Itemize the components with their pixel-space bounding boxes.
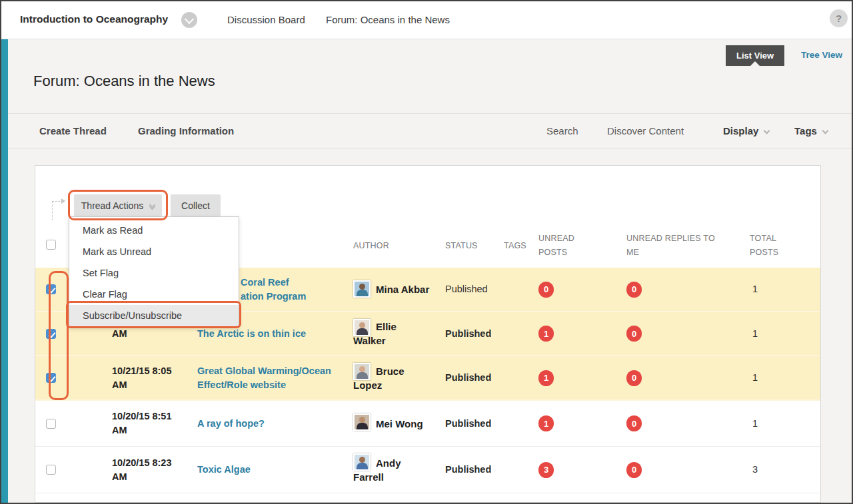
- total-posts: 3: [752, 447, 758, 493]
- thread-checkbox[interactable]: [46, 465, 56, 475]
- menu-item-subscribe-unsubscribe[interactable]: Subscribe/Unsubscribe: [69, 305, 239, 326]
- menu-item-mark-as-read[interactable]: Mark as Read: [69, 220, 239, 241]
- thread-date: 10/21/15 8:05AM: [112, 356, 193, 399]
- thread-actions-button[interactable]: Thread Actions: [74, 194, 162, 216]
- unread-posts-badge: 0: [538, 282, 554, 298]
- total-posts: 1: [752, 401, 758, 446]
- thread-author: Ellie Walker: [353, 312, 443, 355]
- divider: [8, 148, 852, 148]
- active-tab-notch: [750, 61, 760, 66]
- thread-actions-menu: Mark as Read Mark as Unread Set Flag Cle…: [69, 216, 239, 328]
- grading-information-button[interactable]: Grading Information: [138, 125, 234, 136]
- thread-status: Published: [445, 447, 502, 493]
- unread-replies-badge: 0: [626, 415, 642, 431]
- thread-author: Andy Farrell: [353, 447, 443, 493]
- author-avatar: [353, 413, 371, 431]
- course-title: Introduction to Oceanography: [20, 13, 168, 25]
- thread-author: Bruce Lopez: [353, 356, 443, 399]
- author-avatar: [353, 319, 371, 336]
- column-header-unread-replies: UNREAD REPLIES TO ME: [626, 232, 726, 260]
- author-avatar: [353, 453, 371, 471]
- app-window: Introduction to Oceanography Discussion …: [0, 0, 853, 504]
- thread-date: 10/20/15 8:23AM: [112, 447, 193, 493]
- total-posts: 1: [752, 356, 758, 399]
- thread-actions-label: Thread Actions: [81, 200, 143, 211]
- thread-checkbox[interactable]: [46, 329, 56, 339]
- total-posts: 1: [752, 312, 758, 355]
- thread-link[interactable]: Great Global Warming/OceanEffect/Role we…: [197, 356, 357, 399]
- search-button[interactable]: Search: [546, 125, 578, 136]
- tags-dropdown[interactable]: Tags: [794, 125, 828, 136]
- menu-item-clear-flag[interactable]: Clear Flag: [69, 284, 239, 305]
- display-label: Display: [723, 125, 758, 136]
- select-all-checkbox[interactable]: [46, 240, 56, 250]
- unread-replies-badge: 0: [626, 462, 642, 478]
- thread-link[interactable]: Toxic Algae: [197, 447, 357, 493]
- thread-date: 10/20/15 8:51AM: [112, 401, 193, 446]
- threads-panel: Thread Actions Collect AUTHOR STATUS TAG…: [35, 165, 821, 503]
- tags-label: Tags: [794, 125, 817, 136]
- breadcrumb-discussion-board[interactable]: Discussion Board: [227, 14, 305, 25]
- thread-status: Published: [445, 268, 502, 311]
- help-icon[interactable]: ?: [830, 9, 848, 27]
- content-edge-stripe: [1, 39, 8, 504]
- column-header-total-posts: TOTAL POSTS: [750, 232, 783, 260]
- tab-list-view-label: List View: [736, 51, 774, 61]
- course-menu-chevron-icon[interactable]: [181, 12, 197, 28]
- create-thread-button[interactable]: Create Thread: [39, 125, 107, 136]
- menu-item-mark-as-unread[interactable]: Mark as Unread: [69, 241, 239, 262]
- tab-list-view[interactable]: List View: [726, 45, 784, 66]
- thread-status: Published: [445, 312, 502, 355]
- column-header-author: AUTHOR: [353, 239, 389, 253]
- unread-posts-badge: 1: [538, 370, 554, 386]
- display-dropdown[interactable]: Display: [723, 125, 769, 136]
- author-avatar: [353, 280, 371, 298]
- thread-row: 10/20/15 8:23AM Toxic Algae Andy Farrell…: [35, 447, 820, 493]
- menu-item-set-flag[interactable]: Set Flag: [69, 262, 239, 284]
- chevron-down-icon: [764, 128, 770, 134]
- unread-replies-badge: 0: [626, 326, 642, 342]
- unread-replies-badge: 0: [626, 282, 642, 298]
- tab-tree-view[interactable]: Tree View: [801, 50, 842, 60]
- column-header-status: STATUS: [445, 239, 478, 253]
- thread-status: Published: [445, 356, 502, 399]
- thread-link[interactable]: A ray of hope?: [197, 401, 357, 446]
- unread-posts-badge: 1: [538, 415, 554, 431]
- thread-row: 10/21/15 8:05AM Great Global Warming/Oce…: [35, 356, 820, 401]
- double-chevron-down-icon: [150, 202, 155, 209]
- thread-checkbox[interactable]: [46, 373, 56, 383]
- thread-row: 10/20/15 8:51AM A ray of hope? Mei Wong …: [35, 401, 820, 447]
- chevron-down-icon: [822, 128, 828, 134]
- total-posts: 1: [752, 268, 758, 311]
- collect-label: Collect: [181, 200, 210, 211]
- page-title: Forum: Oceans in the News: [33, 73, 215, 90]
- thread-checkbox[interactable]: [46, 284, 56, 294]
- unread-replies-badge: 0: [626, 370, 642, 386]
- divider: [8, 113, 852, 114]
- select-all-arrow-icon: [52, 201, 63, 220]
- breadcrumb-bar: Introduction to Oceanography Discussion …: [1, 1, 852, 39]
- column-header-unread-posts: UNREAD POSTS: [538, 232, 581, 260]
- thread-status: Published: [445, 401, 502, 446]
- author-avatar: [353, 363, 371, 380]
- thread-checkbox[interactable]: [46, 419, 56, 429]
- thread-author: Mei Wong: [353, 401, 443, 446]
- unread-posts-badge: 3: [538, 462, 554, 478]
- unread-posts-badge: 1: [538, 326, 554, 342]
- column-header-tags: TAGS: [504, 239, 526, 253]
- breadcrumb-forum: Forum: Oceans in the News: [326, 14, 450, 25]
- thread-author: Mina Akbar: [353, 268, 443, 311]
- discover-content-button[interactable]: Discover Content: [607, 125, 684, 136]
- collect-button[interactable]: Collect: [171, 194, 221, 216]
